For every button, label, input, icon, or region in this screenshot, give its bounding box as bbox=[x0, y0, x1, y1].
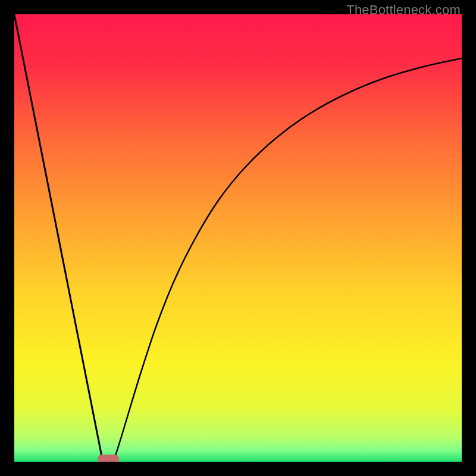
watermark-text: TheBottleneck.com bbox=[346, 2, 461, 18]
plot-frame bbox=[14, 14, 462, 462]
optimal-marker bbox=[98, 455, 119, 462]
bottleneck-chart bbox=[14, 14, 462, 462]
gradient-background bbox=[14, 14, 462, 462]
